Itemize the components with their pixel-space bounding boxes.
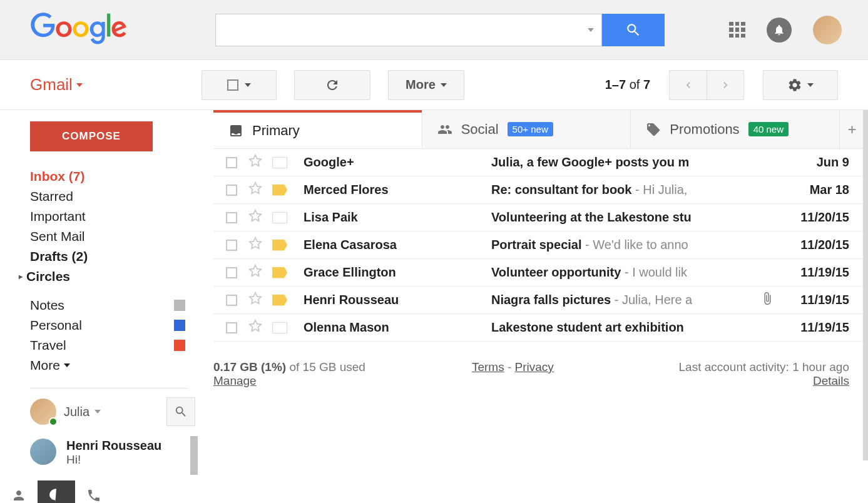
- caret-down-icon: [94, 410, 101, 414]
- importance-marker-icon[interactable]: [272, 185, 287, 196]
- row-checkbox[interactable]: [226, 322, 237, 333]
- sidebar-item-more[interactable]: More: [30, 355, 200, 375]
- star-icon[interactable]: [248, 209, 262, 226]
- notifications-button[interactable]: [767, 18, 792, 43]
- star-icon[interactable]: [248, 264, 262, 281]
- label-color-icon: [174, 340, 185, 351]
- importance-marker-icon[interactable]: [272, 267, 287, 278]
- tag-icon: [646, 122, 661, 137]
- subject: Niagra falls pictures - Julia, Here a: [491, 293, 760, 307]
- compose-button[interactable]: COMPOSE: [30, 121, 153, 151]
- importance-marker-icon[interactable]: [272, 240, 287, 251]
- row-checkbox[interactable]: [226, 267, 237, 278]
- divider: [30, 388, 188, 389]
- mail-row[interactable]: Google+Julia, a few Google+ posts you mJ…: [213, 149, 868, 176]
- sender: Elena Casarosa: [304, 238, 491, 252]
- select-all-button[interactable]: [202, 70, 277, 100]
- add-tab-button[interactable]: +: [839, 110, 864, 148]
- toolbar-right: 1–7 of 7: [605, 70, 838, 100]
- apps-grid-icon[interactable]: [729, 22, 745, 38]
- privacy-link[interactable]: Privacy: [515, 360, 554, 373]
- chevron-left-icon: [682, 79, 695, 91]
- person-icon: [11, 488, 26, 503]
- mail-row[interactable]: Grace EllingtonVolunteer opportunity - I…: [213, 259, 868, 287]
- settings-button[interactable]: [763, 70, 838, 100]
- caret-down-icon: [807, 83, 814, 87]
- contact-snippet: Hi!: [66, 453, 161, 467]
- row-checkbox[interactable]: [226, 185, 237, 196]
- user-avatar[interactable]: [813, 16, 842, 44]
- mail-row[interactable]: Henri RousseauNiagra falls pictures - Ju…: [213, 287, 868, 314]
- importance-marker-icon[interactable]: [272, 295, 287, 306]
- scrollbar-thumb[interactable]: [863, 110, 868, 460]
- details-link[interactable]: Details: [813, 374, 849, 387]
- tab-promotions[interactable]: Promotions 40 new: [630, 110, 839, 148]
- mail-row[interactable]: Elena CasarosaPortrait special - We'd li…: [213, 231, 868, 259]
- sidebar-label-personal[interactable]: Personal: [30, 315, 200, 335]
- row-checkbox[interactable]: [226, 157, 237, 168]
- importance-marker-icon[interactable]: [272, 157, 287, 168]
- star-icon[interactable]: [248, 236, 262, 253]
- chat-list: Henri Rousseau Hi!: [30, 436, 200, 469]
- mail-row[interactable]: Olenna MasonLakestone student art exhibi…: [213, 314, 868, 342]
- chat-search-button[interactable]: [166, 397, 195, 426]
- sidebar-item-circles[interactable]: ▸Circles: [30, 267, 200, 287]
- caret-down-icon: [245, 83, 251, 87]
- sidebar-label-travel[interactable]: Travel: [30, 335, 200, 355]
- phone-tab[interactable]: [75, 480, 113, 503]
- row-checkbox[interactable]: [226, 212, 237, 223]
- tab-social[interactable]: Social 50+ new: [422, 110, 631, 148]
- importance-marker-icon[interactable]: [272, 212, 287, 223]
- bell-icon: [773, 24, 785, 36]
- gmail-dropdown[interactable]: Gmail: [30, 75, 83, 94]
- caret-down-icon: [441, 83, 447, 87]
- mail-row[interactable]: Lisa PaikVolunteering at the Lakestone s…: [213, 204, 868, 231]
- star-icon[interactable]: [248, 292, 262, 308]
- hangouts-tab[interactable]: [38, 480, 75, 503]
- footer: 0.17 GB (1%) of 15 GB used Manage Terms …: [213, 360, 849, 388]
- google-logo[interactable]: [30, 13, 128, 47]
- terms-link[interactable]: Terms: [472, 360, 504, 373]
- date: Jun 9: [780, 155, 849, 170]
- manage-storage-link[interactable]: Manage: [213, 374, 257, 387]
- sender: Olenna Mason: [304, 320, 491, 335]
- chat-conversation[interactable]: Henri Rousseau Hi!: [30, 436, 200, 469]
- row-checkbox[interactable]: [226, 295, 237, 306]
- caret-down-icon: [64, 363, 70, 367]
- star-icon[interactable]: [248, 181, 262, 198]
- inbox-icon: [228, 123, 243, 138]
- sidebar-item-sent[interactable]: Sent Mail: [30, 226, 200, 246]
- main-panel: Primary Social 50+ new Promotions 40 new…: [200, 110, 868, 503]
- prev-page-button[interactable]: [669, 70, 707, 100]
- chat-self-row[interactable]: Julia: [30, 397, 200, 426]
- subject: Re: consultant for book - Hi Julia,: [491, 183, 780, 197]
- sidebar-item-important[interactable]: Important: [30, 206, 200, 226]
- search-input[interactable]: [223, 14, 583, 46]
- label-color-icon: [174, 300, 185, 311]
- tab-primary[interactable]: Primary: [213, 110, 422, 148]
- sender: Henri Rousseau: [304, 293, 491, 307]
- importance-marker-icon[interactable]: [272, 322, 287, 333]
- gmail-label-text: Gmail: [30, 75, 73, 94]
- scrollbar-thumb[interactable]: [190, 436, 198, 475]
- row-checkbox[interactable]: [226, 240, 237, 251]
- gear-icon: [787, 78, 802, 93]
- subject: Portrait special - We'd like to anno: [491, 238, 780, 252]
- mail-row[interactable]: Merced FloresRe: consultant for book - H…: [213, 176, 868, 204]
- plus-icon: +: [848, 121, 857, 138]
- toolbar-buttons: More: [202, 70, 464, 100]
- sidebar-item-inbox[interactable]: Inbox (7): [30, 166, 200, 186]
- sidebar-item-drafts[interactable]: Drafts (2): [30, 246, 200, 267]
- star-icon[interactable]: [248, 319, 262, 336]
- more-button[interactable]: More: [388, 70, 464, 100]
- search-options-caret-icon[interactable]: [588, 28, 594, 32]
- refresh-icon: [325, 78, 340, 93]
- contacts-tab[interactable]: [0, 480, 38, 503]
- next-page-button[interactable]: [707, 70, 744, 100]
- checkbox-icon: [227, 79, 238, 91]
- sidebar-label-notes[interactable]: Notes: [30, 295, 200, 315]
- refresh-button[interactable]: [294, 70, 370, 100]
- search-button[interactable]: [602, 14, 665, 46]
- sidebar-item-starred[interactable]: Starred: [30, 186, 200, 206]
- star-icon[interactable]: [248, 154, 262, 171]
